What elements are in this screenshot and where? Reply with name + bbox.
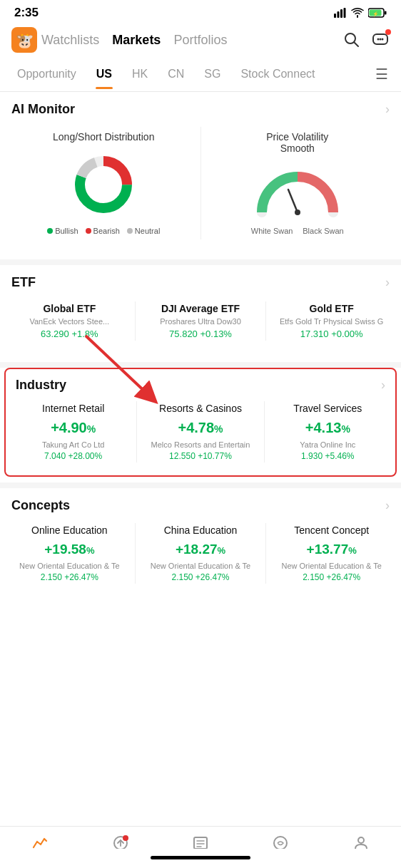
industry-title: Industry (16, 378, 66, 393)
svg-point-15 (382, 38, 384, 41)
donut-legend: Bullish Bearish Neutral (47, 227, 160, 235)
industry-card-2: Travel Services +4.13% Yatra Online Inc … (265, 398, 391, 465)
concept-card-2-pct: +13.77% (272, 542, 391, 557)
svg-point-25 (123, 835, 128, 841)
nav-markets[interactable]: Markets (112, 33, 161, 48)
industry-card-1-title: Resorts & Casinos (143, 403, 258, 414)
ai-monitor-chevron[interactable]: › (385, 102, 390, 117)
svg-point-30 (274, 837, 287, 849)
etf-chevron[interactable]: › (385, 275, 390, 290)
ai-monitor-section: AI Monitor › Long/Short Distribution (0, 92, 401, 254)
concept-card-1-price: 2.150 +26.47% (141, 572, 260, 582)
news-icon (191, 834, 210, 852)
svg-rect-6 (385, 11, 387, 15)
concept-card-2-price: 2.150 +26.47% (272, 572, 391, 582)
bottom-nav-moo[interactable]: Moo (240, 827, 320, 868)
concept-card-0: Online Education +19.58% New Oriental Ed… (4, 520, 135, 587)
white-swan-label: White Swan (251, 227, 293, 235)
svg-point-21 (295, 210, 300, 215)
svg-text:⚡: ⚡ (372, 11, 379, 17)
ai-monitor-title: AI Monitor (11, 102, 75, 117)
bottom-nav-quotes[interactable]: Quotes (0, 827, 80, 868)
industry-card-0-pct: +4.90% (16, 420, 131, 436)
bearish-dot (86, 228, 91, 234)
trade-label: Trade (110, 855, 130, 864)
concept-card-1-title: China Education (141, 525, 260, 536)
industry-card-2-pct: +4.13% (270, 420, 385, 436)
tab-hk[interactable]: HK (122, 59, 158, 89)
etf-cards: Global ETF VanEck Vectors Stee... 63.290… (0, 297, 401, 356)
industry-card-0-title: Internet Retail (16, 403, 131, 414)
donut-chart (71, 153, 136, 217)
wifi-icon (351, 8, 364, 18)
message-icon (372, 32, 388, 48)
search-icon (344, 32, 360, 48)
gauge-labels: White Swan Black Swan (251, 227, 344, 235)
svg-rect-3 (344, 8, 346, 18)
ai-monitor-content: Long/Short Distribution Bullish (0, 124, 401, 254)
nav-watchlists[interactable]: Watchlists (41, 33, 99, 48)
svg-point-31 (358, 837, 364, 843)
industry-card-2-title: Travel Services (270, 403, 385, 414)
tab-stock-connect[interactable]: Stock Connect (230, 59, 325, 89)
etf-card-0-price: 63.290 +1.8% (11, 329, 128, 339)
concepts-chevron[interactable]: › (385, 498, 390, 513)
svg-rect-2 (340, 9, 342, 18)
concept-card-2: Tencent Concept +13.77% New Oriental Edu… (266, 520, 397, 587)
industry-wrapper: Industry › Internet Retail +4.90% Takung… (0, 368, 401, 477)
top-nav: 🐮 Watchlists Markets Portfolios (0, 23, 401, 57)
concept-card-0-pct: +19.58% (10, 542, 129, 557)
message-button[interactable] (371, 31, 390, 49)
bottom-nav-me[interactable]: Me (321, 827, 401, 868)
price-volatility-title: Price Volatility Smooth (266, 131, 328, 154)
neutral-legend: Neutral (127, 227, 160, 235)
trade-icon (111, 834, 130, 852)
neutral-dot (127, 228, 133, 234)
etf-card-1-sub: Proshares Ultra Dow30 (143, 317, 259, 326)
me-icon (352, 834, 370, 852)
svg-line-20 (288, 190, 298, 212)
concept-card-0-title: Online Education (10, 525, 129, 536)
bullish-dot (47, 228, 53, 234)
bottom-nav-news[interactable]: News (161, 827, 240, 868)
message-badge (385, 29, 391, 35)
etf-card-2-sub: Etfs Gold Tr Physical Swiss G (273, 317, 390, 326)
industry-chevron[interactable]: › (381, 378, 385, 393)
bottom-spacer (0, 604, 401, 661)
bottom-nav-trade[interactable]: Trade (80, 827, 160, 868)
divider-3 (0, 482, 401, 488)
price-volatility-card: Price Volatility Smooth White Swan Black… (201, 124, 395, 242)
status-bar: 2:35 ⚡ (0, 0, 401, 23)
divider-2 (0, 362, 401, 368)
industry-card-1-pct: +4.78% (143, 420, 258, 436)
etf-card-0-sub: VanEck Vectors Stee... (11, 317, 128, 326)
tab-us[interactable]: US (86, 59, 122, 89)
tab-bar: Opportunity US HK CN SG Stock Connect ☰ (0, 57, 401, 92)
bottom-nav: Quotes Trade News (0, 826, 401, 868)
svg-point-13 (377, 38, 380, 41)
tab-opportunity[interactable]: Opportunity (7, 59, 86, 89)
nav-portfolios[interactable]: Portfolios (173, 33, 227, 48)
industry-header: Industry › (6, 369, 395, 398)
concept-card-0-price: 2.150 +26.47% (10, 572, 129, 582)
tab-cn[interactable]: CN (158, 59, 194, 89)
tab-more-button[interactable]: ☰ (370, 57, 394, 91)
etf-section: ETF › Global ETF VanEck Vectors Stee... … (0, 265, 401, 356)
etf-card-0: Global ETF VanEck Vectors Stee... 63.290… (4, 297, 135, 345)
app-logo: 🐮 (11, 27, 37, 53)
search-button[interactable] (342, 31, 361, 49)
concept-card-2-company: New Oriental Education & Te (272, 562, 391, 570)
tab-sg[interactable]: SG (194, 59, 230, 89)
etf-title: ETF (11, 275, 36, 290)
news-label: News (191, 855, 210, 864)
svg-line-11 (354, 42, 358, 46)
concepts-title: Concepts (11, 498, 70, 513)
industry-card-0-company: Takung Art Co Ltd (16, 440, 131, 449)
bullish-legend: Bullish (47, 227, 78, 235)
etf-card-1: DJI Average ETF Proshares Ultra Dow30 75… (136, 297, 266, 345)
quotes-label: Quotes (27, 855, 52, 864)
industry-cards: Internet Retail +4.90% Takung Art Co Ltd… (6, 398, 395, 475)
concept-card-0-company: New Oriental Education & Te (10, 562, 129, 570)
svg-point-14 (380, 38, 382, 41)
industry-card-0: Internet Retail +4.90% Takung Art Co Ltd… (10, 398, 136, 465)
